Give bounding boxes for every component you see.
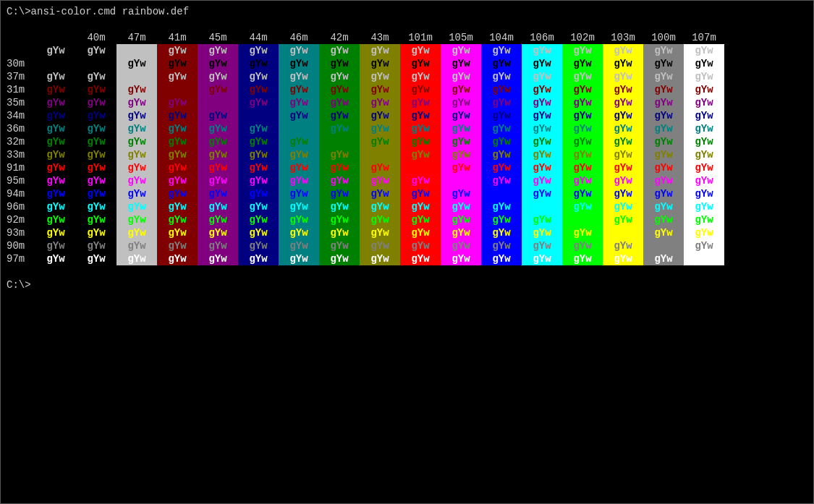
cell-37m-44m: gYw	[238, 70, 279, 83]
sample-text: gYw	[533, 123, 551, 134]
cell-94m-103m: gYw	[603, 187, 643, 200]
cell-35m-107m: gYw	[684, 96, 724, 109]
cell-36m-none: gYw	[35, 122, 76, 135]
cell-30m-107m: gYw	[684, 57, 724, 70]
cell-92m-42m: gYw	[319, 213, 360, 226]
cell-37m-103m: gYw	[603, 70, 643, 83]
sample-text: gYw	[533, 214, 551, 226]
cell-90m-100m: gYw	[643, 239, 684, 252]
sample-text: gYw	[370, 214, 389, 226]
cell-94m-104m: gYw	[481, 187, 522, 200]
sample-text: gYw	[168, 84, 186, 95]
sample-text: gYw	[370, 162, 389, 174]
cell-95m-101m: gYw	[400, 174, 441, 187]
sample-text: gYw	[451, 110, 470, 121]
sample-text: gYw	[411, 97, 429, 108]
sample-text: gYw	[492, 201, 510, 213]
cell-91m-47m: gYw	[116, 161, 157, 174]
cell-32m-46m: gYw	[279, 135, 319, 148]
sample-text: gYw	[451, 227, 470, 239]
sample-text: gYw	[87, 162, 105, 174]
sample-text: gYw	[695, 110, 713, 121]
cell-94m-107m: gYw	[684, 187, 724, 200]
sample-text: gYw	[87, 188, 105, 200]
sample-text: gYw	[492, 123, 510, 134]
cell-37m-40m: gYw	[76, 70, 116, 83]
cell-32m-100m: gYw	[643, 135, 684, 148]
cell-37m-107m: gYw	[684, 70, 724, 83]
sample-text: gYw	[127, 175, 145, 187]
cell-90m-45m: gYw	[198, 239, 238, 252]
cell-37m-41m: gYw	[157, 70, 198, 83]
sample-text: gYw	[573, 136, 591, 148]
sample-text: gYw	[533, 240, 551, 252]
cell-31m-104m: gYw	[481, 83, 522, 96]
cell-97m-42m: gYw	[319, 252, 360, 265]
cell-31m-102m: gYw	[562, 83, 603, 96]
sample-text: gYw	[168, 45, 186, 56]
sample-text: gYw	[370, 240, 389, 252]
sample-text: gYw	[249, 240, 267, 252]
sample-text: gYw	[208, 253, 226, 265]
bg-header-101m: 101m	[400, 31, 441, 44]
cell-91m-105m: gYw	[441, 161, 481, 174]
prompt[interactable]: C:\>	[7, 278, 807, 291]
cell-93m-46m: gYw	[279, 226, 319, 239]
sample-text: gYw	[573, 188, 591, 200]
cell-91m-44m: gYw	[238, 161, 279, 174]
cell-94m-105m: gYw	[441, 187, 481, 200]
cell-none-101m: gYw	[400, 44, 441, 57]
sample-text: gYw	[208, 110, 226, 121]
cell-34m-106m: gYw	[522, 109, 562, 122]
cell-30m-100m: gYw	[643, 57, 684, 70]
sample-text: gYw	[573, 227, 591, 239]
cell-31m-46m: gYw	[279, 83, 319, 96]
sample-text: gYw	[208, 84, 226, 95]
cell-34m-44m: gYw	[238, 109, 279, 122]
cell-35m-45m: gYw	[198, 96, 238, 109]
sample-text: gYw	[370, 136, 389, 148]
sample-text: gYw	[87, 123, 105, 134]
command-line: C:\>ansi-color.cmd rainbow.def	[7, 5, 807, 18]
cell-94m-42m: gYw	[319, 187, 360, 200]
cell-92m-45m: gYw	[198, 213, 238, 226]
sample-text: gYw	[168, 123, 186, 134]
cell-31m-41m: gYw	[157, 83, 198, 96]
cell-36m-103m: gYw	[603, 122, 643, 135]
cell-33m-107m: gYw	[684, 148, 724, 161]
cell-90m-42m: gYw	[319, 239, 360, 252]
sample-text: gYw	[330, 253, 348, 265]
sample-text: gYw	[127, 110, 145, 121]
cell-31m-44m: gYw	[238, 83, 279, 96]
cell-36m-40m: gYw	[76, 122, 116, 135]
cell-97m-47m: gYw	[116, 252, 157, 265]
fg-row-31m: 31mgYwgYwgYwgYwgYwgYwgYwgYwgYwgYwgYwgYwg…	[7, 83, 807, 96]
sample-text: gYw	[87, 253, 105, 265]
cell-90m-106m: gYw	[522, 239, 562, 252]
sample-text: gYw	[289, 214, 308, 226]
cell-33m-100m: gYw	[643, 148, 684, 161]
cell-31m-42m: gYw	[319, 83, 360, 96]
sample-text: gYw	[249, 110, 267, 121]
sample-text: gYw	[370, 253, 389, 265]
bg-header-106m: 106m	[522, 31, 562, 44]
sample-text: gYw	[370, 110, 389, 121]
cell-35m-103m: gYw	[603, 96, 643, 109]
sample-text: gYw	[370, 71, 389, 82]
cell-93m-47m: gYw	[116, 226, 157, 239]
sample-text: gYw	[654, 240, 672, 252]
cell-97m-101m: gYw	[400, 252, 441, 265]
sample-text: gYw	[289, 110, 308, 121]
cell-91m-46m: gYw	[279, 161, 319, 174]
cell-95m-47m: gYw	[116, 174, 157, 187]
cell-96m-107m: gYw	[684, 200, 724, 213]
sample-text: gYw	[614, 84, 632, 95]
cell-95m-107m: gYw	[684, 174, 724, 187]
cell-35m-none: gYw	[35, 96, 76, 109]
cell-95m-106m: gYw	[522, 174, 562, 187]
sample-text: gYw	[411, 240, 429, 252]
cell-36m-42m: gYw	[319, 122, 360, 135]
cell-92m-103m: gYw	[603, 213, 643, 226]
cell-36m-47m: gYw	[116, 122, 157, 135]
cell-33m-46m: gYw	[279, 148, 319, 161]
